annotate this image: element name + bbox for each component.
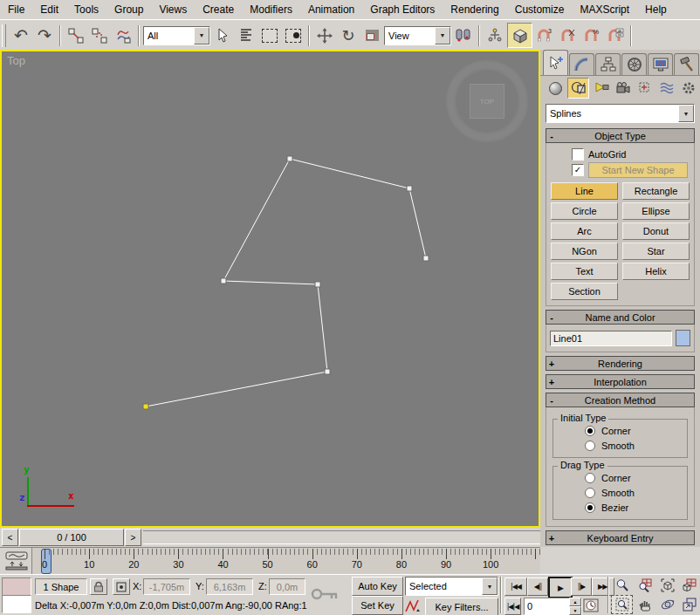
- object-type-line[interactable]: Line: [551, 182, 618, 200]
- menu-item-rendering[interactable]: Rendering: [443, 1, 506, 18]
- menu-item-file[interactable]: File: [0, 1, 32, 18]
- chevron-down-icon[interactable]: ▼: [194, 27, 209, 44]
- interpolation-header[interactable]: + Interpolation: [546, 374, 695, 389]
- tab-motion[interactable]: [621, 53, 647, 75]
- default-tangents-button[interactable]: [405, 598, 421, 615]
- undo-button[interactable]: ↶: [10, 24, 32, 47]
- menu-item-create[interactable]: Create: [195, 1, 242, 18]
- zoom-all-button[interactable]: [635, 577, 655, 594]
- maxscript-mini-recorder[interactable]: [2, 577, 31, 596]
- pan-button[interactable]: [635, 596, 655, 613]
- object-type-rectangle[interactable]: Rectangle: [622, 182, 690, 200]
- object-type-helix[interactable]: Helix: [622, 263, 690, 280]
- category-shapes[interactable]: [567, 78, 589, 99]
- trackbar-ruler[interactable]: 0102030405060708090100: [31, 548, 540, 575]
- current-frame-field[interactable]: 0 ▲▼: [524, 598, 582, 615]
- spline-vertex[interactable]: [423, 256, 429, 261]
- object-type-section[interactable]: Section: [551, 283, 618, 300]
- start-new-shape-button[interactable]: Start New Shape: [588, 162, 688, 178]
- bind-to-space-warp-button[interactable]: [112, 24, 134, 47]
- object-type-ngon[interactable]: NGon: [551, 243, 618, 260]
- category-helpers[interactable]: [635, 79, 655, 98]
- object-type-donut[interactable]: Donut: [622, 222, 690, 240]
- menu-item-edit[interactable]: Edit: [32, 1, 66, 18]
- viewport-label[interactable]: Top: [7, 54, 25, 67]
- chevron-down-icon[interactable]: ▼: [678, 105, 694, 122]
- spline-vertex[interactable]: [221, 278, 226, 284]
- chevron-down-icon[interactable]: ▼: [435, 27, 450, 44]
- category-space-warps[interactable]: [656, 79, 676, 98]
- key-filter-combo[interactable]: Selected ▼: [405, 577, 498, 596]
- select-and-scale-button[interactable]: [360, 24, 383, 47]
- drag-type-smooth-radio[interactable]: [585, 488, 595, 498]
- category-cameras[interactable]: [613, 79, 633, 98]
- menu-item-help[interactable]: Help: [637, 1, 675, 18]
- select-and-manipulate-button[interactable]: [484, 24, 506, 47]
- time-slider-next-button[interactable]: >: [125, 529, 141, 546]
- spline-vertex[interactable]: [287, 156, 292, 161]
- time-slider-track[interactable]: [143, 530, 542, 544]
- maxscript-mini-listener[interactable]: [2, 595, 31, 613]
- chevron-down-icon[interactable]: ▼: [482, 577, 498, 595]
- select-by-name-button[interactable]: [235, 24, 257, 47]
- next-frame-button[interactable]: ||▶: [571, 577, 592, 596]
- arc-rotate-button[interactable]: [657, 596, 677, 613]
- initial-type-corner-radio[interactable]: [585, 426, 595, 436]
- tab-create[interactable]: [543, 50, 568, 75]
- autogrid-checkbox[interactable]: [572, 148, 584, 161]
- spinner-snap-button[interactable]: [604, 24, 627, 47]
- category-lights[interactable]: [591, 79, 611, 98]
- keyboard-entry-header[interactable]: + Keyboard Entry: [546, 530, 695, 545]
- time-slider-handle[interactable]: 0 / 100: [19, 529, 124, 546]
- angle-snap-button[interactable]: [557, 24, 580, 47]
- shape-category-combo[interactable]: Splines ▼: [546, 104, 695, 123]
- drag-type-bezier-radio[interactable]: [585, 502, 595, 513]
- menu-item-maxscript[interactable]: MAXScript: [572, 1, 637, 18]
- selection-lock-button[interactable]: [90, 578, 107, 595]
- category-systems[interactable]: [678, 79, 698, 98]
- name-color-header[interactable]: - Name and Color: [546, 310, 695, 325]
- frame-spinner[interactable]: ▲▼: [569, 598, 581, 615]
- snap-3d-button[interactable]: 3: [533, 24, 556, 47]
- category-geometry[interactable]: [546, 79, 566, 98]
- redo-button[interactable]: ↷: [33, 24, 56, 47]
- previous-frame-button[interactable]: ◀||: [527, 577, 548, 596]
- viewcube-watermark[interactable]: TOP: [448, 62, 526, 140]
- spinner-down-icon[interactable]: ▼: [569, 606, 581, 615]
- menu-item-animation[interactable]: Animation: [300, 1, 362, 18]
- absolute-mode-button[interactable]: [113, 578, 130, 595]
- object-type-ellipse[interactable]: Ellipse: [622, 202, 690, 220]
- spline-first-vertex[interactable]: [143, 404, 148, 409]
- menu-item-group[interactable]: Group: [106, 1, 151, 18]
- time-slider-prev-button[interactable]: <: [2, 529, 18, 546]
- percent-snap-button[interactable]: %: [580, 24, 603, 47]
- tab-hierarchy[interactable]: [595, 53, 621, 75]
- zoom-extents-all-button[interactable]: [679, 577, 699, 594]
- time-configuration-button[interactable]: [583, 598, 599, 614]
- z-coordinate-field[interactable]: 0,0m: [269, 578, 305, 595]
- select-and-link-button[interactable]: [65, 24, 87, 47]
- maximize-viewport-button[interactable]: [679, 596, 699, 613]
- select-and-rotate-button[interactable]: ↻: [337, 24, 360, 47]
- x-coordinate-field[interactable]: -1,705m: [143, 578, 190, 595]
- zoom-region-button[interactable]: [612, 596, 632, 613]
- tab-utilities[interactable]: [674, 53, 699, 75]
- menu-item-graph-editors[interactable]: Graph Editors: [362, 1, 443, 18]
- object-type-star[interactable]: Star: [622, 243, 690, 260]
- y-coordinate-field[interactable]: 6,163m: [206, 578, 253, 595]
- menu-item-tools[interactable]: Tools: [66, 1, 106, 18]
- set-key-button[interactable]: Set Key: [352, 596, 403, 615]
- tab-display[interactable]: [648, 53, 673, 75]
- select-object-button[interactable]: [211, 24, 234, 47]
- initial-type-smooth-radio[interactable]: [585, 441, 595, 451]
- auto-key-button[interactable]: Auto Key: [352, 577, 403, 596]
- mini-curve-editor-button[interactable]: [3, 550, 30, 572]
- creation-method-header[interactable]: - Creation Method: [546, 393, 695, 407]
- key-filters-button[interactable]: Key Filters...: [425, 598, 498, 615]
- use-pivot-center-button[interactable]: [452, 24, 475, 47]
- spline-vertex[interactable]: [325, 369, 330, 374]
- select-and-move-button[interactable]: [313, 24, 336, 47]
- rendering-header[interactable]: + Rendering: [546, 356, 695, 371]
- rectangular-selection-button[interactable]: [258, 24, 281, 47]
- start-new-shape-checkbox[interactable]: ✓: [572, 164, 584, 176]
